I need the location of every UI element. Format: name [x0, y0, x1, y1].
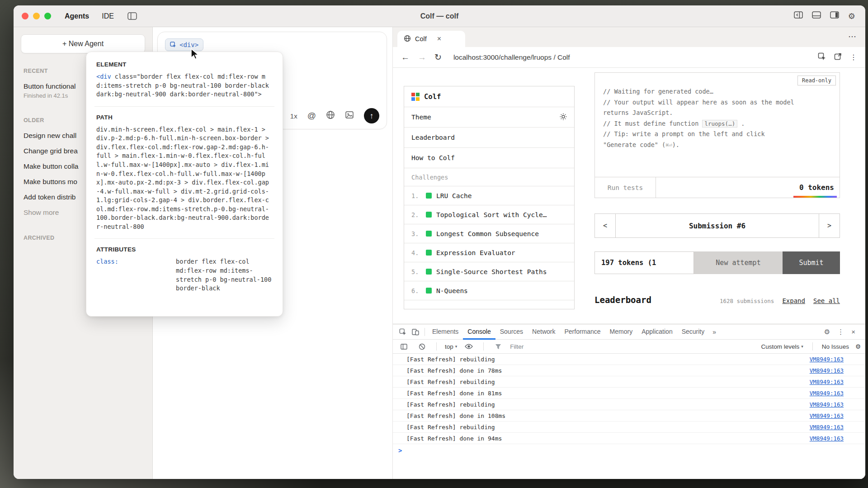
issues-counter[interactable]: No Issues [822, 343, 849, 350]
devtools-tab-security[interactable]: Security [677, 324, 709, 340]
console-sidebar-icon[interactable] [397, 344, 410, 350]
panel-bottom-icon[interactable] [812, 11, 821, 21]
code-comment: // Tip: write a prompt on the left and c… [603, 129, 831, 140]
expand-link[interactable]: Expand [782, 297, 805, 304]
log-source-link[interactable]: VM8949:163 [810, 367, 844, 374]
leaderboard-title: Leaderboard [594, 295, 651, 305]
log-source-link[interactable]: VM8949:163 [810, 401, 844, 408]
context-selector[interactable]: top ▾ [445, 343, 457, 350]
brightness-icon[interactable] [560, 113, 567, 122]
devtools-tab-performance[interactable]: Performance [560, 324, 605, 340]
devtools-close-icon[interactable]: × [851, 328, 855, 336]
previous-submission-button[interactable]: < [595, 214, 616, 237]
image-attach-icon[interactable] [345, 110, 354, 121]
devtools-tab-application[interactable]: Application [637, 324, 677, 340]
colf-logo[interactable]: Colf [404, 86, 574, 107]
divider [425, 328, 425, 336]
mention-icon[interactable]: @ [307, 111, 316, 121]
log-levels-dropdown[interactable]: Custom levels ▾ [761, 343, 803, 350]
divider [812, 342, 813, 351]
minimize-window-button[interactable] [33, 13, 40, 19]
challenge-item[interactable]: 1. LRU Cache [404, 186, 574, 205]
console-log-row: [Fast Refresh] done in 81ms VM8949:163 [393, 388, 865, 399]
inspect-pointer-icon[interactable] [818, 52, 826, 62]
theme-label: Theme [411, 114, 431, 121]
leaderboard-nav-item[interactable]: Leaderboard [404, 128, 574, 148]
log-source-link[interactable]: VM8949:163 [810, 379, 844, 385]
log-source-link[interactable]: VM8949:163 [810, 390, 844, 397]
back-icon[interactable]: ← [401, 53, 410, 62]
composer-controls: 1x @ ↑ [290, 108, 379, 123]
sidebar-toggle-icon[interactable] [127, 12, 137, 20]
forward-icon[interactable]: → [418, 53, 426, 62]
log-source-link[interactable]: VM8949:163 [810, 424, 844, 431]
how-to-nav-item[interactable]: How to Colf [404, 148, 574, 168]
globe-icon[interactable] [326, 110, 335, 121]
token-counter: 0 tokens [656, 177, 840, 198]
clear-console-icon[interactable] [415, 343, 428, 350]
settings-gear-icon[interactable]: ⚙ [848, 12, 855, 20]
challenge-status-icon [426, 269, 432, 275]
code-comment: // It must define function lruops(…) . [603, 118, 831, 129]
devtools-tab-sources[interactable]: Sources [495, 324, 528, 340]
colf-logo-icon [411, 93, 420, 101]
device-toolbar-icon[interactable] [409, 328, 422, 336]
devtools-kebab-icon[interactable]: ⋮ [837, 328, 844, 336]
submission-count: 1628 submissions [720, 298, 774, 304]
see-all-link[interactable]: See all [813, 297, 840, 304]
challenge-item[interactable]: 6. N-Queens [404, 281, 574, 300]
divider [436, 342, 437, 351]
close-window-button[interactable] [22, 13, 28, 19]
log-source-link[interactable]: VM8949:163 [810, 356, 844, 363]
path-section-label: PATH [96, 114, 273, 121]
inspect-element-icon [170, 42, 176, 48]
devtools-tabbar: Elements Console Sources Network Perform… [393, 324, 865, 340]
devtools-tab-network[interactable]: Network [528, 324, 560, 340]
log-source-link[interactable]: VM8949:163 [810, 412, 844, 419]
element-context-chip[interactable]: <div> [165, 38, 203, 51]
zoom-window-button[interactable] [44, 13, 51, 19]
tab-ide[interactable]: IDE [102, 12, 114, 20]
run-tests-button[interactable]: Run tests [595, 177, 656, 198]
filter-funnel-icon [492, 344, 505, 350]
challenge-item[interactable]: 3. Longest Common Subsequence [404, 224, 574, 243]
open-external-icon[interactable] [834, 52, 842, 62]
devtools-settings-icon[interactable]: ⚙ [824, 328, 830, 336]
next-submission-button[interactable]: > [819, 214, 840, 237]
element-section-label: ELEMENT [96, 61, 273, 68]
new-attempt-button[interactable]: New attempt [694, 251, 783, 274]
challenge-item[interactable]: 5. Single-Source Shortest Paths [404, 262, 574, 281]
attribute-value: border flex flex-col md:flex-row md:item… [176, 257, 273, 293]
console-prompt[interactable]: > [393, 444, 865, 457]
more-tabs-icon[interactable]: » [709, 328, 720, 336]
browser-tabbar: Colf × ⋯ [393, 27, 865, 47]
panel-right-fill-icon[interactable] [830, 11, 839, 21]
devtools-tab-memory[interactable]: Memory [605, 324, 637, 340]
refresh-icon[interactable]: ↻ [434, 53, 442, 62]
challenge-item[interactable]: 2. Topological Sort with Cycle… [404, 205, 574, 224]
eye-icon[interactable] [462, 344, 475, 349]
run-row: Run tests 0 tokens [594, 177, 840, 198]
challenge-item[interactable]: 4. Expression Evaluator [404, 243, 574, 262]
log-source-link[interactable]: VM8949:163 [810, 435, 844, 442]
attribute-row: class: border flex flex-col md:flex-row … [96, 257, 273, 293]
inspect-element-icon[interactable] [396, 328, 409, 336]
tab-overflow-icon[interactable]: ⋯ [848, 32, 856, 42]
readonly-badge: Read-only [797, 76, 836, 85]
colf-sidebar: Colf Theme Leaderboard How to Colf Chall… [404, 86, 575, 309]
send-button[interactable]: ↑ [364, 108, 379, 123]
kebab-menu-icon[interactable]: ⋮ [850, 53, 857, 62]
address-bar[interactable]: localhost:3000/challenge/lruops / Colf [453, 53, 570, 62]
submit-button[interactable]: Submit [783, 251, 840, 274]
tab-close-icon[interactable]: × [437, 35, 441, 43]
new-agent-button[interactable]: + New Agent [21, 34, 145, 53]
devtools-tab-console[interactable]: Console [463, 324, 495, 340]
console-settings-icon[interactable]: ⚙ [855, 343, 861, 350]
console-filter-input[interactable] [510, 343, 609, 350]
theme-row[interactable]: Theme [404, 107, 574, 128]
tab-agents[interactable]: Agents [65, 12, 89, 20]
speed-selector[interactable]: 1x [290, 112, 297, 120]
devtools-tab-elements[interactable]: Elements [428, 324, 463, 340]
panel-right-icon[interactable] [794, 11, 803, 21]
browser-tab[interactable]: Colf × [397, 31, 465, 47]
